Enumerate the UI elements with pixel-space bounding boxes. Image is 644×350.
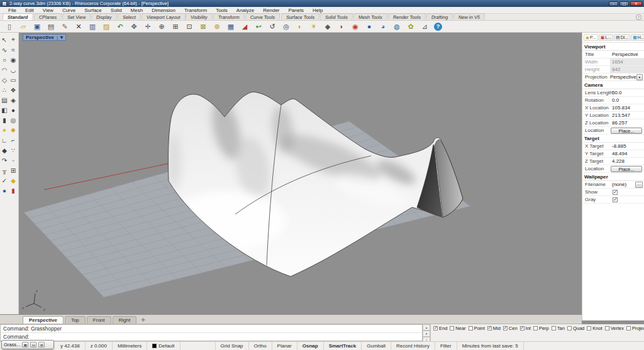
- browse-icon[interactable]: ...: [635, 182, 643, 188]
- grasshopper-restore-icon[interactable]: ▣: [22, 342, 28, 347]
- fillet-icon[interactable]: ⌐: [9, 135, 18, 145]
- named-view-icon[interactable]: ◎: [279, 21, 293, 31]
- toolbar-tab-drafting[interactable]: Drafting: [426, 13, 453, 20]
- menu-curve[interactable]: Curve: [58, 7, 80, 14]
- save-icon[interactable]: ▣: [30, 21, 44, 31]
- move-icon[interactable]: ✛: [141, 21, 155, 31]
- toolbar-tab-display[interactable]: Display: [91, 13, 118, 20]
- toolbar-tab-set-view[interactable]: Set View: [62, 13, 91, 20]
- viewport-tab-front[interactable]: Front: [87, 316, 111, 324]
- zoom-dynamic-icon[interactable]: ⊠: [196, 21, 210, 31]
- lock-icon[interactable]: ◆: [321, 21, 335, 31]
- torus-icon[interactable]: ◎: [9, 115, 18, 125]
- minimize-button[interactable]: –: [609, 1, 618, 6]
- toolbar-options-icon[interactable]: ?: [636, 14, 641, 20]
- pipe-icon[interactable]: ╥: [0, 165, 9, 175]
- blue-sphere-icon[interactable]: ●: [0, 185, 9, 195]
- osnap-knot-checkbox[interactable]: [587, 326, 591, 331]
- toolbar-tab-select[interactable]: Select: [117, 13, 141, 20]
- light-icon[interactable]: ☀: [307, 21, 321, 31]
- lens-length-value[interactable]: 50.0: [610, 90, 644, 96]
- tab-properties[interactable]: ◉ P...: [584, 34, 598, 41]
- osnap-cen[interactable]: Cen: [503, 325, 518, 331]
- flow-icon[interactable]: ↷: [0, 155, 9, 165]
- polygon-icon[interactable]: ◇: [0, 75, 9, 85]
- angle-icon[interactable]: ∟: [0, 135, 9, 145]
- grasshopper-close-icon[interactable]: ⊠: [38, 342, 45, 347]
- pan-icon[interactable]: ✥: [127, 21, 141, 31]
- grasshopper-minimize-icon[interactable]: ⊟: [30, 342, 36, 347]
- wallpaper-gray-checkbox[interactable]: [613, 197, 618, 202]
- osnap-point[interactable]: Point: [469, 325, 485, 331]
- x-location-value[interactable]: 105.834: [610, 105, 644, 111]
- osnap-toggle[interactable]: Osnap: [297, 342, 324, 350]
- circle-icon[interactable]: ○: [0, 55, 9, 65]
- osnap-point-checkbox[interactable]: [469, 326, 473, 331]
- osnap-knot[interactable]: Knot: [587, 325, 602, 331]
- toolbar-tab-transform[interactable]: Transform: [213, 13, 245, 20]
- toolbar-tab-surface-tools[interactable]: Surface Tools: [280, 13, 319, 20]
- rotation-value[interactable]: 0.0: [610, 97, 644, 103]
- toolbar-tab-new-in-v5[interactable]: New in V5: [453, 13, 486, 20]
- patch-icon[interactable]: ◈: [9, 95, 18, 105]
- menu-analyze[interactable]: Analyze: [232, 7, 258, 14]
- record-history-toggle[interactable]: Record History: [391, 342, 435, 350]
- toolbar-tab-visibility[interactable]: Visibility: [186, 13, 213, 20]
- viewport-tab-nav-icon[interactable]: ✛: [138, 317, 148, 324]
- arc-up-icon[interactable]: ◠: [0, 65, 9, 75]
- check-icon[interactable]: ✓: [0, 175, 9, 185]
- corner-icon[interactable]: ⊿: [418, 21, 431, 31]
- tab-layers[interactable]: ▣ L...: [599, 34, 613, 41]
- units-display[interactable]: Millimeters: [113, 342, 147, 350]
- red-cylinder-icon[interactable]: ▮: [9, 185, 18, 195]
- help-icon[interactable]: ?: [434, 23, 442, 31]
- projection-dropdown-icon[interactable]: ▾: [636, 74, 643, 80]
- toolbar-tab-curve-tools[interactable]: Curve Tools: [245, 13, 281, 20]
- osnap-near[interactable]: Near: [450, 325, 465, 331]
- toolbar-tab-cplanes[interactable]: CPlanes: [33, 13, 62, 20]
- toolbar-tab-render-tools[interactable]: Render Tools: [387, 13, 426, 20]
- menu-file[interactable]: File: [4, 7, 21, 14]
- tab-display[interactable]: ▤ Di...: [614, 34, 630, 41]
- annotate-icon[interactable]: ✎: [58, 21, 72, 31]
- menu-solid[interactable]: Solid: [106, 7, 126, 14]
- toolbar-tab-solid-tools[interactable]: Solid Tools: [320, 13, 353, 20]
- osnap-mid[interactable]: Mid: [487, 325, 501, 331]
- viewport-layout-icon[interactable]: ▦: [224, 21, 238, 31]
- menu-mesh[interactable]: Mesh: [126, 7, 148, 14]
- cylinder-icon[interactable]: ▮: [0, 115, 9, 125]
- command-input[interactable]: Command:: [1, 333, 422, 341]
- menu-surface[interactable]: Surface: [80, 7, 106, 14]
- cloud-icon[interactable]: ∵: [9, 145, 18, 155]
- print-icon[interactable]: ▤: [44, 21, 58, 31]
- close-button[interactable]: ✕: [630, 1, 642, 6]
- planar-toggle[interactable]: Planar: [272, 342, 297, 350]
- box-icon[interactable]: ◧: [0, 105, 9, 115]
- projection-value[interactable]: Perspective: [608, 74, 636, 80]
- gumball-toggle[interactable]: Gumball: [362, 342, 391, 350]
- delete-icon[interactable]: ✕: [72, 21, 86, 31]
- rectangle-icon[interactable]: ▭: [9, 75, 18, 85]
- grid-snap-toggle[interactable]: Grid Snap: [216, 342, 249, 350]
- select-icon[interactable]: ↖: [0, 35, 9, 45]
- toolbar-tab-mesh-tools[interactable]: Mesh Tools: [353, 13, 388, 20]
- dot-icon[interactable]: ◦: [9, 155, 18, 165]
- z-target-value[interactable]: 4.228: [610, 158, 644, 164]
- menu-help[interactable]: Help: [308, 7, 327, 14]
- arc-down-icon[interactable]: ◡: [9, 65, 18, 75]
- osnap-tan[interactable]: Tan: [552, 325, 565, 331]
- osnap-int[interactable]: Int: [520, 325, 531, 331]
- undo-view-icon[interactable]: ↩: [252, 21, 265, 31]
- current-layer[interactable]: Default: [147, 342, 180, 350]
- tab-help[interactable]: ▦ H...: [631, 34, 644, 41]
- x-target-value[interactable]: -8.885: [610, 143, 644, 149]
- menu-panels[interactable]: Panels: [284, 7, 308, 14]
- osnap-quad-checkbox[interactable]: [567, 326, 572, 331]
- camera-place-button[interactable]: Place...: [611, 128, 642, 134]
- curve-icon[interactable]: ∿: [0, 45, 9, 55]
- menu-dimension[interactable]: Dimension: [147, 7, 180, 14]
- viewport-tab-right[interactable]: Right: [113, 316, 137, 324]
- diamond-icon[interactable]: ❖: [9, 85, 18, 95]
- osnap-int-checkbox[interactable]: [520, 326, 525, 331]
- solid-icon[interactable]: ◆: [0, 145, 9, 155]
